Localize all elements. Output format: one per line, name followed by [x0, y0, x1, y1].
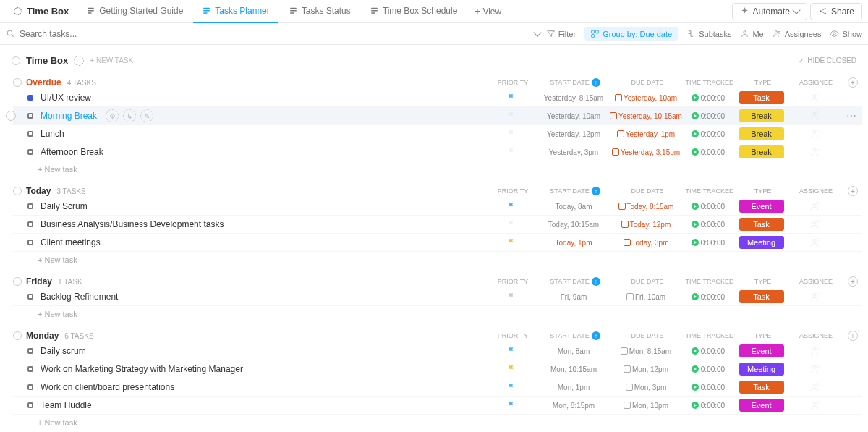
col-assignee[interactable]: ASSIGNEE	[790, 79, 842, 86]
due-date-cell[interactable]: Yesterday, 1pm	[610, 130, 682, 138]
due-date-cell[interactable]: Mon, 3pm	[610, 384, 682, 391]
me-button[interactable]: Me	[740, 29, 763, 38]
start-date-cell[interactable]: Today, 10:15am	[537, 221, 610, 229]
col-priority[interactable]: PRIORITY	[487, 187, 539, 195]
task-name[interactable]: Team Huddle	[41, 400, 485, 410]
group-collapse-toggle[interactable]	[13, 78, 22, 87]
status-indicator[interactable]	[27, 384, 33, 390]
start-date-cell[interactable]: Yesterday, 3pm	[537, 148, 610, 156]
time-tracked-cell[interactable]: 0:00:00	[682, 94, 734, 102]
status-indicator[interactable]	[27, 113, 33, 119]
task-row[interactable]: Backlog Refinement Fri, 9am Fri, 10am 0:…	[13, 288, 862, 306]
row-more-button[interactable]: ⋯	[841, 110, 862, 122]
play-icon[interactable]	[692, 148, 699, 156]
start-date-cell[interactable]: Fri, 9am	[537, 293, 610, 301]
task-row[interactable]: Work on Marketing Strategy with Marketin…	[13, 360, 862, 378]
assignee-cell[interactable]	[788, 363, 841, 375]
type-cell[interactable]: Task	[734, 91, 788, 104]
task-row[interactable]: Team Huddle Mon, 8:15pm Mon, 10pm 0:00:0…	[13, 397, 862, 415]
col-assignee[interactable]: ASSIGNEE	[790, 332, 842, 339]
group-name[interactable]: Friday	[26, 276, 52, 287]
due-date-cell[interactable]: Yesterday, 10:15am	[610, 112, 682, 120]
col-type[interactable]: TYPE	[736, 79, 790, 86]
type-cell[interactable]: Break	[734, 127, 788, 140]
task-row[interactable]: UI/UX review Yesterday, 8:15am Yesterday…	[13, 89, 862, 107]
col-start-date[interactable]: START DATE↑	[539, 277, 611, 286]
time-tracked-cell[interactable]: 0:00:00	[682, 112, 734, 120]
col-due-date[interactable]: DUE DATE	[611, 278, 684, 285]
hide-closed-button[interactable]: ✓ HIDE CLOSED	[799, 56, 856, 64]
start-date-cell[interactable]: Mon, 1pm	[537, 384, 610, 391]
automate-button[interactable]: Automate	[732, 3, 807, 20]
group-collapse-toggle[interactable]	[13, 331, 22, 340]
tag-icon[interactable]: ⚙	[106, 109, 119, 122]
group-name[interactable]: Overdue	[26, 77, 61, 88]
priority-cell[interactable]	[485, 292, 537, 301]
workspace-title[interactable]: Time Box	[6, 6, 76, 17]
priority-cell[interactable]	[485, 238, 537, 247]
task-name[interactable]: Daily scrum	[41, 346, 485, 356]
assignee-cell[interactable]	[788, 237, 841, 248]
assignee-cell[interactable]	[788, 200, 841, 212]
task-name[interactable]: Work on Marketing Strategy with Marketin…	[41, 364, 485, 374]
group-by-button[interactable]: Group by: Due date	[584, 27, 678, 41]
add-column-button[interactable]: +	[848, 276, 858, 287]
col-type[interactable]: TYPE	[736, 187, 790, 195]
view-tab[interactable]: Time Box Schedule	[361, 0, 467, 23]
play-icon[interactable]	[692, 239, 699, 246]
col-start-date[interactable]: START DATE↑	[539, 187, 611, 195]
time-tracked-cell[interactable]: 0:00:00	[682, 347, 734, 355]
add-view-button[interactable]: + View	[467, 7, 509, 17]
col-priority[interactable]: PRIORITY	[487, 278, 539, 285]
task-row[interactable]: Client meetings Today, 1pm Today, 3pm 0:…	[13, 234, 862, 252]
type-cell[interactable]: Task	[734, 381, 788, 394]
task-name[interactable]: Work on client/board presentations	[41, 382, 485, 392]
list-settings-icon[interactable]	[74, 56, 84, 66]
play-icon[interactable]	[692, 365, 699, 373]
group-name[interactable]: Today	[26, 186, 51, 196]
search-input[interactable]	[20, 29, 530, 39]
col-type[interactable]: TYPE	[736, 332, 790, 339]
col-start-date[interactable]: START DATE↑	[539, 331, 611, 340]
status-indicator[interactable]	[27, 221, 33, 227]
status-indicator[interactable]	[27, 366, 33, 372]
start-date-cell[interactable]: Yesterday, 12pm	[537, 130, 610, 138]
group-collapse-toggle[interactable]	[13, 187, 22, 195]
start-date-cell[interactable]: Today, 8am	[537, 203, 610, 211]
col-due-date[interactable]: DUE DATE	[611, 79, 684, 86]
start-date-cell[interactable]: Mon, 8:15pm	[537, 402, 610, 410]
due-date-cell[interactable]: Today, 8:15am	[610, 203, 682, 211]
add-column-button[interactable]: +	[848, 331, 858, 341]
task-name[interactable]: Client meetings	[41, 237, 485, 247]
row-checkbox[interactable]	[6, 111, 16, 121]
status-indicator[interactable]	[27, 131, 33, 137]
col-time-tracked[interactable]: TIME TRACKED	[684, 278, 736, 285]
assignee-cell[interactable]	[788, 345, 841, 357]
assignee-cell[interactable]	[788, 128, 841, 140]
play-icon[interactable]	[692, 221, 699, 228]
task-name[interactable]: Morning Break ⚙ ↳ ✎	[41, 109, 485, 122]
show-button[interactable]: Show	[830, 29, 862, 38]
assignee-cell[interactable]	[788, 291, 841, 302]
col-priority[interactable]: PRIORITY	[487, 79, 539, 86]
assignee-cell[interactable]	[788, 110, 841, 122]
priority-cell[interactable]	[485, 365, 537, 373]
task-row[interactable]: Business Analysis/Business Development t…	[13, 216, 862, 234]
group-name[interactable]: Monday	[26, 331, 59, 341]
add-column-button[interactable]: +	[848, 186, 858, 196]
time-tracked-cell[interactable]: 0:00:00	[682, 239, 734, 247]
col-assignee[interactable]: ASSIGNEE	[790, 187, 842, 195]
assignee-cell[interactable]	[788, 381, 841, 393]
type-cell[interactable]: Event	[734, 200, 788, 213]
assignee-cell[interactable]	[788, 92, 841, 103]
group-collapse-toggle[interactable]	[13, 277, 22, 286]
col-due-date[interactable]: DUE DATE	[611, 332, 684, 339]
priority-cell[interactable]	[485, 111, 537, 120]
type-cell[interactable]: Event	[734, 399, 788, 412]
priority-cell[interactable]	[485, 383, 537, 391]
play-icon[interactable]	[692, 130, 699, 137]
time-tracked-cell[interactable]: 0:00:00	[682, 148, 734, 156]
status-indicator[interactable]	[27, 149, 33, 155]
time-tracked-cell[interactable]: 0:00:00	[682, 293, 734, 301]
priority-cell[interactable]	[485, 130, 537, 138]
